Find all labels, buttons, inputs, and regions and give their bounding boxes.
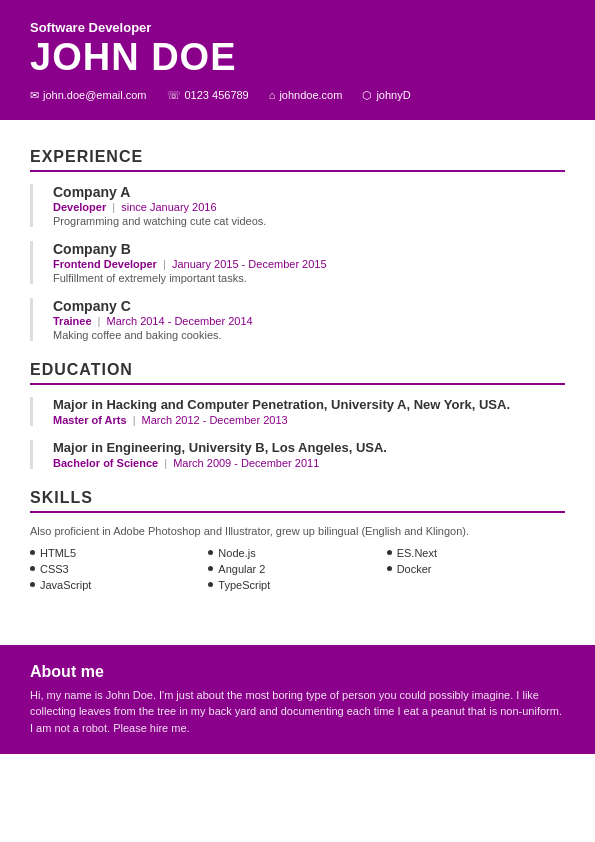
skill-bullet [30, 582, 35, 587]
exp-sep-1: | [163, 258, 169, 270]
contact-email: ✉ john.doe@email.com [30, 89, 147, 102]
edu-degree-0: Master of Arts [53, 414, 127, 426]
exp-role-0: Developer [53, 201, 106, 213]
skill-bullet [208, 550, 213, 555]
skill-esnext: ES.Next [387, 547, 565, 559]
skill-bullet [30, 566, 35, 571]
header: Software Developer JOHN DOE ✉ john.doe@e… [0, 0, 595, 120]
edu-degree-line-1: Bachelor of Science | March 2009 - Decem… [53, 457, 565, 469]
skill-bullet [30, 550, 35, 555]
exp-role-line-2: Trainee | March 2014 - December 2014 [53, 315, 565, 327]
edu-degree-line-0: Master of Arts | March 2012 - December 2… [53, 414, 565, 426]
exp-sep-2: | [98, 315, 104, 327]
home-icon: ⌂ [269, 89, 276, 101]
exp-item-1: Company B Frontend Developer | January 2… [30, 241, 565, 284]
exp-desc-0: Programming and watching cute cat videos… [53, 215, 565, 227]
about-text: Hi, my name is John Doe. I'm just about … [30, 687, 565, 737]
skills-col-1: Node.js Angular 2 TypeScript [208, 547, 386, 595]
edu-sep-0: | [133, 414, 139, 426]
skill-label: Node.js [218, 547, 255, 559]
main-content: EXPERIENCE Company A Developer | since J… [0, 138, 595, 635]
exp-role-line-1: Frontend Developer | January 2015 - Dece… [53, 258, 565, 270]
social-text: johnyD [376, 89, 410, 101]
header-subtitle: Software Developer [30, 20, 565, 35]
exp-desc-1: Fulfillment of extremely important tasks… [53, 272, 565, 284]
skill-bullet [208, 582, 213, 587]
education-title: EDUCATION [30, 361, 565, 385]
exp-item-0: Company A Developer | since January 2016… [30, 184, 565, 227]
exp-role-line-0: Developer | since January 2016 [53, 201, 565, 213]
about-title: About me [30, 663, 565, 681]
email-icon: ✉ [30, 89, 39, 102]
exp-item-2: Company C Trainee | March 2014 - Decembe… [30, 298, 565, 341]
edu-major-1: Major in Engineering, University B, Los … [53, 440, 565, 455]
header-name: JOHN DOE [30, 37, 565, 79]
exp-company-1: Company B [53, 241, 565, 257]
skill-css3: CSS3 [30, 563, 208, 575]
skill-label: ES.Next [397, 547, 437, 559]
phone-icon: ☏ [167, 89, 181, 102]
skills-description: Also proficient in Adobe Photoshop and I… [30, 525, 565, 537]
skill-label: Angular 2 [218, 563, 265, 575]
skill-label: HTML5 [40, 547, 76, 559]
skills-section: SKILLS Also proficient in Adobe Photosho… [30, 489, 565, 595]
skill-html5: HTML5 [30, 547, 208, 559]
header-contacts: ✉ john.doe@email.com ☏ 0123 456789 ⌂ joh… [30, 89, 565, 102]
skill-bullet [387, 566, 392, 571]
contact-website: ⌂ johndoe.com [269, 89, 343, 101]
skill-docker: Docker [387, 563, 565, 575]
footer: About me Hi, my name is John Doe. I'm ju… [0, 645, 595, 755]
contact-social: ⬡ johnyD [362, 89, 410, 102]
exp-dates-1: January 2015 - December 2015 [172, 258, 327, 270]
email-text: john.doe@email.com [43, 89, 147, 101]
skill-typescript: TypeScript [208, 579, 386, 591]
contact-phone: ☏ 0123 456789 [167, 89, 249, 102]
edu-major-0: Major in Hacking and Computer Penetratio… [53, 397, 565, 412]
experience-section: EXPERIENCE Company A Developer | since J… [30, 148, 565, 341]
exp-role-2: Trainee [53, 315, 92, 327]
skill-bullet [387, 550, 392, 555]
skills-columns: HTML5 CSS3 JavaScript Node.js [30, 547, 565, 595]
social-icon: ⬡ [362, 89, 372, 102]
header-divider [0, 120, 595, 138]
edu-degree-1: Bachelor of Science [53, 457, 158, 469]
exp-sep-0: | [112, 201, 118, 213]
skill-bullet [208, 566, 213, 571]
skill-angular: Angular 2 [208, 563, 386, 575]
skill-label: TypeScript [218, 579, 270, 591]
website-text: johndoe.com [279, 89, 342, 101]
skills-col-0: HTML5 CSS3 JavaScript [30, 547, 208, 595]
exp-company-2: Company C [53, 298, 565, 314]
edu-dates-1: March 2009 - December 2011 [173, 457, 319, 469]
skill-nodejs: Node.js [208, 547, 386, 559]
skill-label: CSS3 [40, 563, 69, 575]
edu-item-1: Major in Engineering, University B, Los … [30, 440, 565, 469]
edu-sep-1: | [164, 457, 170, 469]
skills-col-2: ES.Next Docker [387, 547, 565, 595]
exp-desc-2: Making coffee and baking cookies. [53, 329, 565, 341]
exp-role-1: Frontend Developer [53, 258, 157, 270]
exp-company-0: Company A [53, 184, 565, 200]
skills-title: SKILLS [30, 489, 565, 513]
experience-title: EXPERIENCE [30, 148, 565, 172]
skill-javascript: JavaScript [30, 579, 208, 591]
exp-dates-0: since January 2016 [121, 201, 216, 213]
edu-dates-0: March 2012 - December 2013 [142, 414, 288, 426]
skill-label: JavaScript [40, 579, 91, 591]
phone-text: 0123 456789 [185, 89, 249, 101]
skill-label: Docker [397, 563, 432, 575]
edu-item-0: Major in Hacking and Computer Penetratio… [30, 397, 565, 426]
exp-dates-2: March 2014 - December 2014 [107, 315, 253, 327]
education-section: EDUCATION Major in Hacking and Computer … [30, 361, 565, 469]
